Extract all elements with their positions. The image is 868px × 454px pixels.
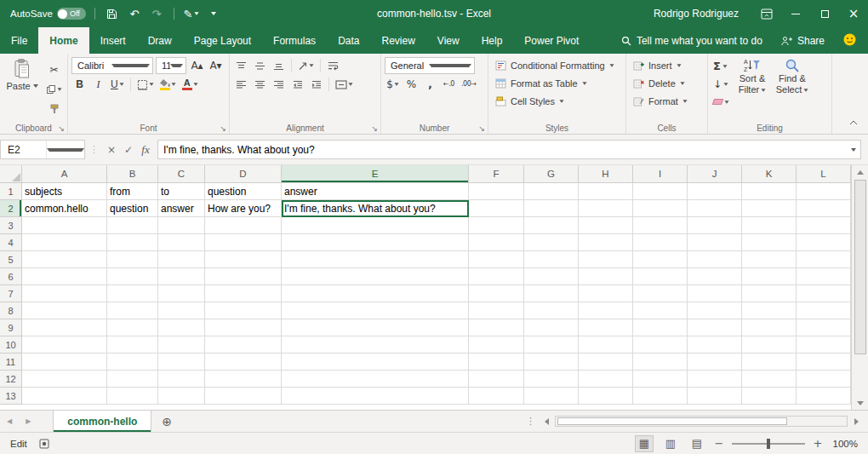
cell-L1[interactable] xyxy=(797,183,851,200)
cell-J9[interactable] xyxy=(688,319,742,336)
cell-D1[interactable]: question xyxy=(205,183,282,200)
cell-G7[interactable] xyxy=(524,285,579,302)
cell-F1[interactable] xyxy=(469,183,524,200)
column-header-C[interactable]: C xyxy=(158,165,205,183)
cell-D6[interactable] xyxy=(205,268,282,285)
cell-I6[interactable] xyxy=(633,268,688,285)
scroll-right-arrow[interactable] xyxy=(849,415,863,428)
undo-button[interactable]: ↶ xyxy=(126,3,143,24)
cell-I7[interactable] xyxy=(633,285,688,302)
cell-G6[interactable] xyxy=(524,268,579,285)
sheet-tab-common-hello[interactable]: common-hello xyxy=(53,411,151,432)
cell-K13[interactable] xyxy=(742,388,797,405)
tab-insert[interactable]: Insert xyxy=(89,27,137,54)
cell-B3[interactable] xyxy=(107,217,158,234)
row-header-4[interactable]: 4 xyxy=(0,234,22,251)
font-color-button[interactable]: A xyxy=(180,77,200,93)
cell-B1[interactable]: from xyxy=(107,183,158,200)
cell-L3[interactable] xyxy=(797,217,851,234)
column-header-L[interactable]: L xyxy=(797,165,851,183)
column-header-I[interactable]: I xyxy=(633,165,688,183)
cell-C10[interactable] xyxy=(158,336,205,353)
share-button[interactable]: Share xyxy=(781,35,825,47)
column-header-G[interactable]: G xyxy=(524,165,579,183)
tab-splitter-handle[interactable]: ⋮ xyxy=(526,416,535,427)
cell-G1[interactable] xyxy=(524,183,579,200)
zoom-in-button[interactable]: + xyxy=(813,437,823,450)
cell-A6[interactable] xyxy=(22,268,107,285)
row-header-10[interactable]: 10 xyxy=(0,336,22,353)
insert-cells-button[interactable]: Insert xyxy=(630,56,704,74)
cell-C13[interactable] xyxy=(158,388,205,405)
cell-I1[interactable] xyxy=(633,183,688,200)
font-name-combo[interactable]: Calibri xyxy=(71,57,153,74)
cell-J1[interactable] xyxy=(688,183,742,200)
cell-A10[interactable] xyxy=(22,336,107,353)
tab-power-pivot[interactable]: Power Pivot xyxy=(513,27,590,54)
borders-button[interactable] xyxy=(135,77,156,93)
cell-C4[interactable] xyxy=(158,234,205,251)
tab-formulas[interactable]: Formulas xyxy=(262,27,327,54)
cell-E2[interactable]: I'm fine, thanks. What about you? xyxy=(282,200,469,217)
cell-H3[interactable] xyxy=(579,217,633,234)
cell-L7[interactable] xyxy=(797,285,851,302)
cell-B4[interactable] xyxy=(107,234,158,251)
view-page-break-button[interactable]: ▤ xyxy=(688,435,706,452)
feedback-smiley-button[interactable] xyxy=(843,33,856,49)
align-left-button[interactable] xyxy=(233,77,249,93)
expand-formula-bar-button[interactable] xyxy=(846,140,861,159)
cell-J7[interactable] xyxy=(688,285,742,302)
increase-font-size-button[interactable]: A▴ xyxy=(189,58,205,74)
cell-B5[interactable] xyxy=(107,251,158,268)
cell-B7[interactable] xyxy=(107,285,158,302)
conditional-formatting-button[interactable]: Conditional Formatting xyxy=(492,56,622,74)
row-header-1[interactable]: 1 xyxy=(0,183,22,200)
cell-H8[interactable] xyxy=(579,302,633,319)
cell-C11[interactable] xyxy=(158,353,205,371)
cell-B8[interactable] xyxy=(107,302,158,319)
cell-D13[interactable] xyxy=(205,388,282,405)
tab-help[interactable]: Help xyxy=(471,27,514,54)
minimize-button[interactable] xyxy=(781,0,810,27)
new-sheet-button[interactable]: ⊕ xyxy=(162,415,172,428)
cell-G12[interactable] xyxy=(524,371,579,388)
cell-K5[interactable] xyxy=(742,251,797,268)
ribbon-display-options-button[interactable] xyxy=(752,0,781,27)
cell-B9[interactable] xyxy=(107,319,158,336)
tab-draw[interactable]: Draw xyxy=(137,27,183,54)
cell-G11[interactable] xyxy=(524,353,579,371)
customize-quick-access-button[interactable] xyxy=(205,3,222,24)
cell-D4[interactable] xyxy=(205,234,282,251)
cell-D7[interactable] xyxy=(205,285,282,302)
cell-E3[interactable] xyxy=(282,217,469,234)
cell-I12[interactable] xyxy=(633,371,688,388)
row-header-7[interactable]: 7 xyxy=(0,285,22,302)
view-page-layout-button[interactable]: ▥ xyxy=(661,435,680,452)
cell-A2[interactable]: common.hello xyxy=(22,200,107,217)
sheet-nav-next[interactable]: ▶ xyxy=(19,417,37,425)
cell-I10[interactable] xyxy=(633,336,688,353)
cell-K4[interactable] xyxy=(742,234,797,251)
cell-H7[interactable] xyxy=(579,285,633,302)
cell-D8[interactable] xyxy=(205,302,282,319)
cell-D9[interactable] xyxy=(205,319,282,336)
cell-G3[interactable] xyxy=(524,217,579,234)
tab-view[interactable]: View xyxy=(426,27,471,54)
decrease-indent-button[interactable] xyxy=(289,77,306,93)
tab-home[interactable]: Home xyxy=(38,27,89,54)
cell-K1[interactable] xyxy=(742,183,797,200)
cell-A1[interactable]: subjects xyxy=(22,183,107,200)
row-header-6[interactable]: 6 xyxy=(0,268,22,285)
column-header-H[interactable]: H xyxy=(579,165,633,183)
column-header-F[interactable]: F xyxy=(469,165,524,183)
cell-D2[interactable]: How are you? xyxy=(205,200,282,217)
save-button[interactable] xyxy=(104,3,121,24)
cell-F13[interactable] xyxy=(469,388,524,405)
cell-K3[interactable] xyxy=(742,217,797,234)
row-header-8[interactable]: 8 xyxy=(0,302,22,319)
bottom-align-button[interactable] xyxy=(271,58,287,74)
paste-button[interactable]: Paste xyxy=(3,56,41,121)
cell-G13[interactable] xyxy=(524,388,579,405)
cell-B11[interactable] xyxy=(107,353,158,371)
cell-K12[interactable] xyxy=(742,371,797,388)
